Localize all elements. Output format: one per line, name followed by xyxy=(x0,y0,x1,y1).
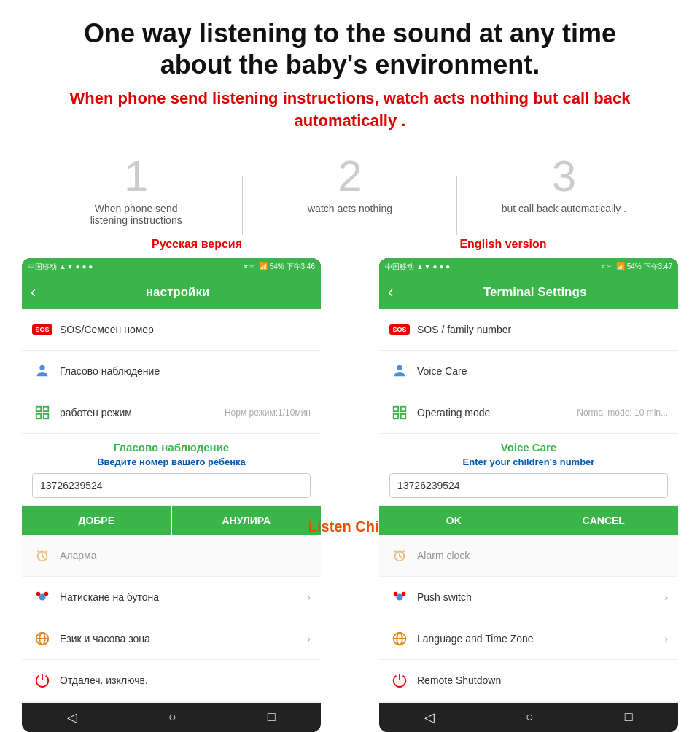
menu-text-lang-ru: Език и часова зона xyxy=(60,633,300,645)
nav-bar-english: ‹ Terminal Settings xyxy=(379,276,678,309)
push-icon-ru xyxy=(32,587,52,607)
chevron-lang-ru: › xyxy=(307,633,311,645)
step-number-2: 2 xyxy=(338,155,362,198)
menu-item-sos-en[interactable]: SOS SOS / family number xyxy=(379,309,678,351)
home-nav-icon-ru[interactable]: ○ xyxy=(168,709,176,725)
dialog-subtitle-en: Enter your children's number xyxy=(379,455,678,473)
menu-item-mode-ru[interactable]: работен режим Норм режим:1/10мин xyxy=(22,392,321,434)
header: One way listening to the sound at any ti… xyxy=(0,0,700,140)
chevron-push-en: › xyxy=(664,591,668,603)
dialog-ru: Гласово наблюдение Введите номер вашего … xyxy=(22,434,321,535)
status-right-russian: ☆ ᯤ 📶 54% 下午3:46 xyxy=(244,262,315,272)
back-nav-icon-en[interactable]: ◁ xyxy=(424,709,435,725)
status-left-russian: 中国移动 ▲▼ ● ● ● xyxy=(28,262,93,272)
status-right-english: ☆ ᯤ 📶 54% 下午3:47 xyxy=(601,262,672,272)
menu-sub-mode-ru: Норм режим:1/10мин xyxy=(225,408,311,418)
alarm-icon-ru xyxy=(32,545,52,566)
sos-icon-ru: SOS xyxy=(32,319,52,340)
phone-russian: 中国移动 ▲▼ ● ● ● ☆ ᯤ 📶 54% 下午3:46 ‹ настрой… xyxy=(22,258,321,732)
menu-text-sos-en: SOS / family number xyxy=(417,324,668,335)
menu-item-sos-ru[interactable]: SOS SOS/Семеен номер xyxy=(22,309,321,351)
power-icon-en xyxy=(389,670,410,690)
step-text-2: watch acts nothing xyxy=(300,203,400,214)
menu-text-lang-en: Language and Time Zone xyxy=(417,633,657,645)
nav-bar-russian: ‹ настройки xyxy=(22,276,321,309)
home-nav-icon-en[interactable]: ○ xyxy=(526,709,534,725)
dialog-ok-button-en[interactable]: OK xyxy=(379,506,529,535)
svg-rect-14 xyxy=(401,407,405,411)
menu-text-sos-ru: SOS/Семеен номер xyxy=(60,324,311,335)
globe-icon-ru xyxy=(32,628,52,649)
menu-item-push-ru[interactable]: Натискане на бутона › xyxy=(22,577,321,618)
dialog-input-en[interactable] xyxy=(389,473,668,498)
dialog-title-ru: Гласово наблюдение xyxy=(22,434,321,455)
svg-rect-16 xyxy=(401,414,405,418)
dialog-input-ru[interactable] xyxy=(32,473,311,498)
page-title: One way listening to the sound at any ti… xyxy=(29,17,671,80)
menu-item-lang-ru[interactable]: Език и часова зона › xyxy=(22,618,321,660)
person-icon-ru xyxy=(32,361,52,381)
version-labels: Русская версия English version xyxy=(0,233,700,258)
globe-icon-en xyxy=(389,628,410,649)
menu-item-voice-en[interactable]: Voice Care xyxy=(379,351,678,392)
russian-version-label: Русская версия xyxy=(44,238,350,251)
menu-text-mode-en: Operating mode xyxy=(417,407,569,418)
svg-point-0 xyxy=(39,365,44,370)
alarm-icon-en xyxy=(389,545,410,566)
phones-container: 中国移动 ▲▼ ● ● ● ☆ ᯤ 📶 54% 下午3:46 ‹ настрой… xyxy=(0,258,700,732)
nav-title-russian: настройки xyxy=(43,285,312,300)
back-arrow-english[interactable]: ‹ xyxy=(388,283,393,302)
step-3: 3 but call back automatically . xyxy=(457,155,671,214)
sos-icon-en: SOS xyxy=(389,319,410,340)
recents-nav-icon-en[interactable]: □ xyxy=(625,709,633,725)
menu-text-voice-ru: Гласово наблюдение xyxy=(60,365,311,377)
menu-item-push-en[interactable]: Push switch › xyxy=(379,577,678,618)
menu-text-alarm-ru: Аларма xyxy=(60,550,311,561)
steps-row: 1 When phone sendlistening instructions … xyxy=(29,155,671,226)
grid-icon-en xyxy=(389,402,410,423)
dialog-cancel-button-en[interactable]: CANCEL xyxy=(529,506,679,535)
step-2: 2 watch acts nothing xyxy=(243,155,456,214)
status-left-english: 中国移动 ▲▼ ● ● ● xyxy=(385,262,450,272)
svg-point-20 xyxy=(402,592,406,596)
dialog-cancel-button-ru[interactable]: АНУЛИРА xyxy=(172,506,322,535)
menu-sub-mode-en: Normal mode: 10 min... xyxy=(577,408,668,418)
menu-item-voice-ru[interactable]: Гласово наблюдение xyxy=(22,351,321,392)
menu-item-mode-en[interactable]: Operating mode Normal mode: 10 min... xyxy=(379,392,678,434)
menu-text-mode-ru: работен режим xyxy=(60,407,217,418)
chevron-lang-en: › xyxy=(664,633,668,645)
back-nav-icon-ru[interactable]: ◁ xyxy=(67,709,77,725)
svg-rect-3 xyxy=(36,414,41,418)
bottom-nav-russian: ◁ ○ □ xyxy=(22,703,321,732)
menu-text-power-ru: Отдалеч. изключв. xyxy=(60,674,311,686)
menu-item-lang-en[interactable]: Language and Time Zone › xyxy=(379,618,678,660)
step-number-1: 1 xyxy=(124,155,148,198)
dialog-ok-button-ru[interactable]: ДОБРЕ xyxy=(22,506,172,535)
svg-rect-1 xyxy=(36,407,41,411)
svg-point-12 xyxy=(397,365,402,370)
step-1: 1 When phone sendlistening instructions xyxy=(29,155,243,226)
menu-item-alarm-en[interactable]: Alarm clock xyxy=(379,535,678,577)
svg-rect-2 xyxy=(44,407,48,411)
menu-item-alarm-ru[interactable]: Аларма xyxy=(22,535,321,577)
status-bar-russian: 中国移动 ▲▼ ● ● ● ☆ ᯤ 📶 54% 下午3:46 xyxy=(22,258,321,276)
dialog-buttons-ru: ДОБРЕ АНУЛИРА xyxy=(22,505,321,535)
svg-rect-4 xyxy=(44,414,48,418)
dialog-overlay-ru: Гласово наблюдение Введите номер вашего … xyxy=(22,434,321,535)
dialog-title-en: Voice Care xyxy=(379,434,678,455)
step-text-1: When phone sendlistening instructions xyxy=(83,203,190,226)
back-arrow-russian[interactable]: ‹ xyxy=(31,283,36,302)
menu-item-power-ru[interactable]: Отдалеч. изключв. xyxy=(22,660,321,701)
dialog-buttons-en: OK CANCEL xyxy=(379,505,678,535)
svg-point-19 xyxy=(394,592,398,596)
warning-text: When phone send listening instructions, … xyxy=(29,87,671,133)
status-bar-english: 中国移动 ▲▼ ● ● ● ☆ ᯤ 📶 54% 下午3:47 xyxy=(379,258,678,276)
nav-title-english: Terminal Settings xyxy=(400,285,669,300)
recents-nav-icon-ru[interactable]: □ xyxy=(268,709,276,725)
dialog-subtitle-ru: Введите номер вашего ребенка xyxy=(22,455,321,473)
menu-text-power-en: Remote Shutdown xyxy=(417,674,668,686)
phone-body-russian: SOS SOS/Семеен номер Гласово наблюдение … xyxy=(22,309,321,703)
chevron-push-ru: › xyxy=(307,591,311,603)
menu-item-power-en[interactable]: Remote Shutdown xyxy=(379,660,678,701)
menu-text-alarm-en: Alarm clock xyxy=(417,550,668,561)
